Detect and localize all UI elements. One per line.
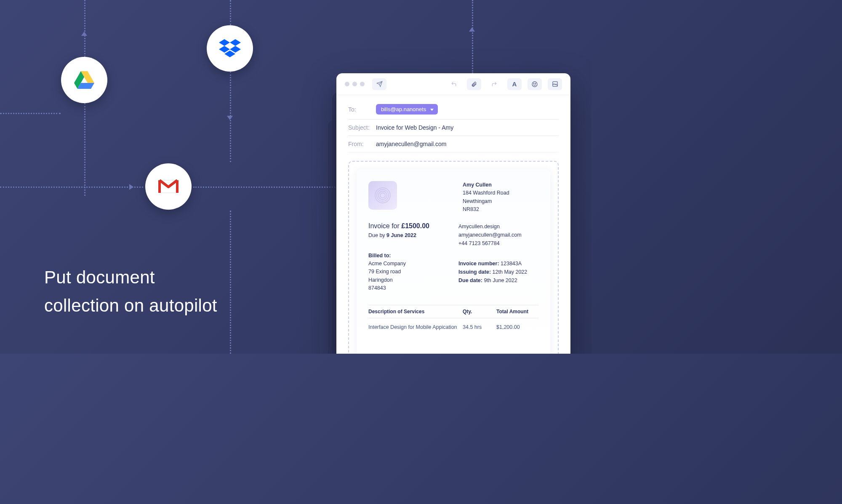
sender-site: Amycullen.design	[458, 222, 538, 231]
dotted-line	[472, 0, 473, 74]
google-drive-icon	[61, 57, 107, 103]
billed-line: Haringdon	[368, 276, 450, 284]
sender-address: Amy Cullen 184 Washford Road Newthingam …	[463, 181, 538, 214]
invoice-due: Due by 9 June 2022	[368, 232, 450, 238]
reply-icon[interactable]	[447, 78, 461, 90]
dotted-line	[84, 103, 85, 196]
dotted-line	[0, 113, 61, 114]
svg-point-0	[532, 82, 537, 87]
email-fields: To: bills@ap.nanonets Subject: Invoice f…	[336, 95, 570, 152]
marketing-heading: Put document collection on autopilot	[44, 263, 217, 320]
invoice-logo	[368, 181, 397, 210]
sender-email: amyjanecullen@gmail.com	[458, 231, 538, 239]
invoice-document: Amy Cullen 184 Washford Road Newthingam …	[357, 169, 550, 354]
email-compose-card: A To: bills@ap.nanonets Subject: Invoice…	[336, 73, 570, 354]
sender-name: Amy Cullen	[463, 181, 538, 189]
sender-line: NR832	[463, 205, 538, 213]
arrow-up-icon	[469, 27, 475, 32]
meta-label: Due date:	[458, 277, 484, 283]
recipient-chip[interactable]: bills@ap.nanonets	[376, 104, 438, 115]
email-toolbar: A	[336, 73, 570, 95]
dotted-line	[0, 187, 143, 188]
due-prefix: Due by	[368, 232, 386, 238]
field-label: To:	[348, 106, 376, 113]
meta-value: 9th June 2022	[484, 277, 517, 283]
emoji-icon[interactable]	[528, 78, 542, 90]
sender-phone: +44 7123 567784	[458, 239, 538, 248]
billed-company: Acme Company	[368, 260, 450, 268]
attachment-dropzone[interactable]: Amy Cullen 184 Washford Road Newthingam …	[348, 161, 559, 354]
meta-value: 123843A	[501, 261, 522, 267]
window-controls	[345, 82, 365, 86]
billed-label: Billed to:	[368, 252, 450, 260]
text-format-icon[interactable]: A	[507, 78, 522, 90]
forward-icon[interactable]	[487, 78, 501, 90]
field-label: Subject:	[348, 124, 376, 131]
col-amount: Total Amount	[496, 309, 538, 315]
dotted-line	[230, 211, 231, 354]
meta-value: 12th May 2022	[493, 269, 528, 275]
svg-point-5	[378, 191, 387, 200]
meta-label: Invoice number:	[458, 261, 501, 267]
issuing-date: Issuing date: 12th May 2022	[458, 268, 538, 276]
arrow-right-icon	[129, 184, 133, 190]
send-icon[interactable]	[372, 78, 386, 90]
sender-line: Newthingam	[463, 197, 538, 205]
to-field[interactable]: To: bills@ap.nanonets	[348, 99, 559, 120]
heading-line1: Put document	[44, 263, 217, 291]
sender-line: 184 Washford Road	[463, 189, 538, 197]
svg-point-4	[380, 193, 385, 198]
meta-label: Issuing date:	[458, 269, 493, 275]
svg-point-1	[533, 83, 534, 84]
row-qty: 34.5 hrs	[463, 324, 496, 330]
subject-field[interactable]: Subject: Invoice for Web Design - Amy	[348, 120, 559, 136]
col-qty: Qty.	[463, 309, 496, 315]
due-date: 9 June 2022	[386, 232, 416, 238]
row-amount: $1,200.00	[496, 324, 538, 330]
svg-point-2	[535, 83, 536, 84]
row-description: Interface Design for Mobile Appication	[368, 324, 463, 330]
field-label: From:	[348, 141, 376, 147]
dotted-line	[84, 0, 85, 57]
invoice-number: Invoice number: 123843A	[458, 259, 538, 268]
subject-value: Invoice for Web Design - Amy	[376, 124, 453, 131]
invoice-amount: £1500.00	[401, 222, 429, 229]
arrow-down-icon	[227, 116, 233, 120]
heading-line2: collection on autopilot	[44, 291, 217, 320]
billed-line: 79 Exing road	[368, 268, 450, 276]
invoice-title: Invoice for £1500.00	[368, 222, 450, 230]
due-date-meta: Due date: 9th June 2022	[458, 276, 538, 285]
invoice-table-row: Interface Design for Mobile Appication 3…	[368, 318, 538, 336]
image-icon[interactable]	[548, 78, 562, 90]
arrow-up-icon	[81, 32, 87, 36]
dropbox-icon	[207, 25, 253, 72]
svg-point-7	[375, 188, 390, 203]
from-value: amyjanecullen@gmail.com	[376, 141, 447, 147]
invoice-table-header: Description of Services Qty. Total Amoun…	[368, 305, 538, 318]
attachment-icon[interactable]	[467, 78, 481, 90]
gmail-icon	[145, 163, 192, 210]
dotted-line	[230, 0, 231, 25]
sender-contact: Amycullen.design amyjanecullen@gmail.com…	[458, 222, 538, 293]
title-prefix: Invoice for	[368, 222, 401, 229]
from-field[interactable]: From: amyjanecullen@gmail.com	[348, 136, 559, 152]
billed-line: 874843	[368, 284, 450, 292]
billed-to: Billed to: Acme Company 79 Exing road Ha…	[368, 252, 450, 293]
col-description: Description of Services	[368, 309, 463, 315]
